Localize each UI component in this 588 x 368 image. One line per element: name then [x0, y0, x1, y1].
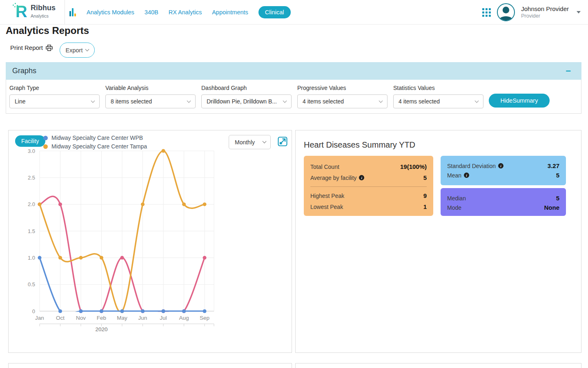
line-chart[interactable]: 00.51.01.52.02.53.0JanOctNovFebMayJunJul… — [9, 130, 292, 353]
median-label: Median — [447, 195, 466, 202]
total-count-label: Total Count — [310, 164, 339, 170]
median-value: 5 — [556, 195, 559, 202]
brand-name: Ribhus — [31, 4, 56, 12]
hide-summary-button[interactable]: HideSummary — [489, 94, 550, 108]
summary-row: Highest Peak 9 — [310, 190, 427, 201]
chevron-down-icon — [263, 139, 267, 144]
average-by-facility-label: Average by facility — [310, 175, 356, 181]
summary-row: Total Count 19(100%) — [310, 161, 427, 172]
legend-item[interactable]: Midway Specialty Care Center Tampa — [43, 143, 147, 150]
graphs-section-title: Graphs — [12, 67, 36, 75]
collapse-minus-icon[interactable]: − — [566, 67, 571, 75]
mode-value: None — [544, 204, 560, 211]
svg-text:Oct: Oct — [56, 315, 65, 321]
graphs-section-header[interactable]: Graphs − — [6, 62, 581, 80]
dashboard-graph-select[interactable]: Drilldown Pie, Drilldown B... — [201, 94, 292, 108]
brand-logo-letter: R — [16, 3, 27, 20]
export-label: Export — [66, 47, 83, 54]
summary-row: Mode None — [447, 203, 559, 212]
total-count-value: 19(100%) — [400, 163, 427, 170]
summary-row: Average by facilityi 5 — [310, 172, 427, 183]
chevron-down-icon — [283, 99, 287, 103]
legend-item[interactable]: Midway Specialty Care Center WPB — [43, 135, 147, 141]
nav-340b[interactable]: 340B — [145, 9, 158, 16]
filter-statistics-values: Statistics Values 4 items selected — [393, 85, 483, 108]
user-role: Provider — [521, 13, 569, 20]
chevron-down-icon — [187, 99, 191, 103]
highest-peak-value: 9 — [423, 192, 427, 199]
graph-type-select[interactable]: Line — [9, 94, 100, 108]
page-title: Analytics Reports — [6, 25, 89, 36]
bar-chart-icon — [69, 8, 76, 16]
variable-analysis-select[interactable]: 8 items selected — [105, 94, 196, 108]
lowest-peak-label: Lowest Peak — [310, 204, 343, 210]
info-icon[interactable]: i — [464, 173, 469, 178]
svg-text:3.0: 3.0 — [28, 148, 35, 154]
progressive-values-value: 4 items selected — [303, 98, 344, 105]
period-select[interactable]: Monthly — [229, 135, 271, 149]
top-navbar: R Ribhus Analytics Analytics Modules 340… — [0, 0, 588, 25]
summary-card-counts: Total Count 19(100%) Average by facility… — [304, 156, 433, 216]
logo-dots-decoration — [13, 2, 18, 8]
nav-rx-analytics[interactable]: RX Analytics — [169, 9, 202, 16]
highest-peak-label: Highest Peak — [310, 193, 344, 199]
nav-clinical-active[interactable]: Clinical — [258, 6, 291, 18]
legend-label: Midway Specialty Care Center Tampa — [51, 143, 147, 150]
user-name: Johnson Provider — [521, 5, 569, 13]
header-divider — [65, 0, 65, 25]
lowest-peak-value: 1 — [423, 203, 427, 210]
summary-row: Standard Deviationi 3.27 — [447, 161, 559, 171]
svg-text:1.0: 1.0 — [28, 255, 35, 261]
user-info[interactable]: Johnson Provider Provider — [521, 5, 569, 19]
svg-text:2020: 2020 — [95, 326, 107, 332]
brand-logo[interactable]: R Ribhus Analytics — [16, 3, 56, 20]
summary-card-statistics: Standard Deviationi 3.27 Meani 5 — [441, 156, 566, 185]
svg-text:Feb: Feb — [97, 315, 106, 321]
summary-row: Lowest Peak 1 — [310, 201, 427, 212]
svg-text:0.5: 0.5 — [28, 281, 35, 287]
apps-grid-icon[interactable] — [482, 8, 491, 17]
filter-variable-analysis: Variable Analysis 8 items selected — [105, 85, 196, 108]
standard-deviation-value: 3.27 — [548, 162, 559, 169]
svg-text:Jul: Jul — [160, 315, 167, 321]
progressive-values-select[interactable]: 4 items selected — [297, 94, 388, 108]
legend-dot-icon — [43, 136, 48, 140]
export-button[interactable]: Export — [60, 43, 95, 58]
standard-deviation-label: Standard Deviation — [447, 163, 496, 169]
graph-type-value: Line — [15, 98, 25, 105]
average-by-facility-value: 5 — [423, 174, 427, 181]
mean-label: Mean — [447, 172, 461, 179]
statistics-values-value: 4 items selected — [399, 98, 440, 105]
summary-panel: Heart Diseases Summary YTD Total Count 1… — [295, 130, 581, 353]
svg-text:May: May — [117, 315, 127, 321]
filter-graph-type-label: Graph Type — [9, 85, 100, 91]
expand-chart-icon[interactable] — [277, 136, 288, 147]
facility-button[interactable]: Facility — [15, 135, 45, 147]
filter-graph-type: Graph Type Line — [9, 85, 100, 108]
card-divider — [310, 186, 427, 187]
nav-appointments[interactable]: Appointments — [212, 9, 248, 16]
next-chart-panel-stub — [8, 363, 292, 368]
user-avatar[interactable] — [497, 3, 515, 21]
svg-text:Jan: Jan — [35, 315, 44, 321]
print-report-button[interactable]: Print Report — [10, 44, 53, 51]
summary-row: Median 5 — [447, 193, 559, 203]
info-icon[interactable]: i — [359, 175, 364, 180]
svg-text:2.0: 2.0 — [28, 201, 35, 207]
user-menu-caret-icon[interactable] — [577, 11, 581, 13]
legend-label: Midway Specialty Care Center WPB — [51, 135, 143, 141]
chevron-down-icon — [475, 99, 479, 103]
brand-subtitle: Analytics — [31, 13, 49, 18]
statistics-values-select[interactable]: 4 items selected — [393, 94, 483, 108]
info-icon[interactable]: i — [498, 163, 503, 168]
filter-progressive-values: Progressive Values 4 items selected — [297, 85, 388, 108]
graphs-filter-panel: Graph Type Line Variable Analysis 8 item… — [6, 80, 581, 114]
filter-dashboard-graph: Dashboard Graph Drilldown Pie, Drilldown… — [201, 85, 292, 108]
summary-card-median-mode: Median 5 Mode None — [441, 188, 566, 216]
variable-analysis-value: 8 items selected — [111, 98, 152, 105]
svg-text:2.5: 2.5 — [28, 175, 35, 181]
mean-value: 5 — [556, 172, 559, 179]
print-report-label: Print Report — [10, 44, 43, 51]
nav-analytics-modules[interactable]: Analytics Modules — [87, 9, 134, 16]
legend-dot-icon — [43, 144, 48, 149]
